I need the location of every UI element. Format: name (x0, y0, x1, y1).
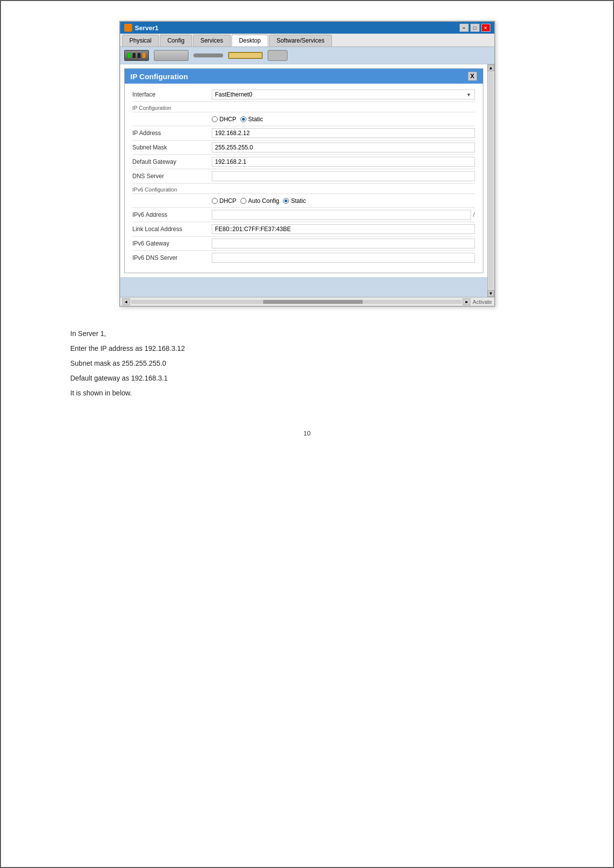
rack-slot-green (128, 53, 131, 58)
link-local-label: Link Local Address (133, 226, 212, 233)
ipv6-address-label: IPv6 Address (133, 211, 212, 218)
ipv6-gateway-row: IPv6 Gateway (133, 237, 475, 251)
scroll-track (488, 72, 493, 289)
dhcp6-label: DHCP (220, 197, 236, 204)
page-number: 10 (31, 430, 583, 447)
ip-config-panel: IP Configuration X Interface FastEtherne… (124, 68, 483, 273)
tab-desktop[interactable]: Desktop (232, 35, 268, 47)
ipv6-gateway-input[interactable] (212, 239, 475, 248)
scroll-up-button[interactable]: ▲ (487, 64, 494, 71)
autoconfig-label: Auto Config (248, 197, 280, 204)
ip-config-close-button[interactable]: X (468, 72, 477, 81)
default-gateway-row: Default Gateway (133, 155, 475, 169)
scroll-down-button[interactable]: ▼ (487, 290, 494, 297)
simulator-window: Server1 – □ × Physical Config Services D… (119, 21, 495, 307)
instruction-line-3: Subnet mask as 255.255.255.0 (70, 356, 583, 370)
tab-physical[interactable]: Physical (122, 35, 159, 47)
dhcp-static-row: DHCP Static (133, 112, 475, 126)
network-component (228, 52, 263, 59)
static6-label: Static (291, 197, 306, 204)
ip-config-body: Interface FastEthernet0 ▼ IP Configurati… (125, 84, 483, 273)
sim-main: IP Configuration X Interface FastEtherne… (120, 64, 487, 297)
scroll-right-button[interactable]: ► (463, 298, 471, 305)
dns-server-input[interactable] (212, 171, 475, 181)
instruction-line-2: Enter the IP address as 192.168.3.12 (70, 341, 583, 355)
ipv6-address-input[interactable] (212, 210, 472, 220)
ipv6-mode-row: DHCP Auto Config Static (133, 194, 475, 208)
window-title: Server1 (135, 24, 159, 32)
ipv6-section-label: IPv6 Configuration (133, 184, 475, 194)
dns-server-label: DNS Server (133, 173, 212, 180)
ip-section-label: IP Configuration (133, 102, 475, 112)
interface-select[interactable]: FastEthernet0 ▼ (212, 90, 475, 99)
dhcp6-option[interactable]: DHCP (212, 197, 236, 204)
close-button[interactable]: × (481, 24, 490, 32)
server-graphic (154, 50, 189, 61)
dhcp-label: DHCP (220, 116, 236, 123)
ipv6-dns-row: IPv6 DNS Server (133, 251, 475, 265)
tab-software-services[interactable]: Software/Services (269, 35, 332, 47)
hw-icon-2 (154, 50, 189, 61)
static-option[interactable]: Static (240, 116, 263, 123)
ipv6-radio-group: DHCP Auto Config Static (212, 197, 306, 204)
ipv6-address-row: IPv6 Address / (133, 208, 475, 222)
instruction-line-4: Default gateway as 192.168.3.1 (70, 371, 583, 385)
link-local-input[interactable] (212, 224, 475, 234)
subnet-mask-input[interactable] (212, 143, 475, 152)
rack-slot-orange (142, 53, 145, 58)
hw-icon-1 (124, 50, 149, 61)
dhcp-option[interactable]: DHCP (212, 116, 236, 123)
title-bar-controls: – □ × (460, 24, 490, 32)
title-bar-left: Server1 (124, 24, 159, 32)
autoconfig-radio[interactable] (240, 198, 246, 204)
static-label: Static (248, 116, 263, 123)
instructions-block: In Server 1, Enter the IP address as 192… (70, 327, 583, 400)
h-scroll-thumb (263, 300, 363, 304)
dhcp-radio[interactable] (212, 116, 218, 122)
minimize-button[interactable]: – (460, 24, 469, 32)
static6-option[interactable]: Static (283, 197, 306, 204)
horizontal-scrollbar: ◄ ► Activate (120, 297, 494, 306)
subnet-mask-row: Subnet Mask (133, 141, 475, 155)
dns-server-row: DNS Server (133, 169, 475, 184)
autoconfig-option[interactable]: Auto Config (240, 197, 280, 204)
page-number-value: 10 (303, 430, 310, 437)
edit-icon: / (473, 211, 474, 218)
interface-row: Interface FastEthernet0 ▼ (133, 88, 475, 102)
restore-button[interactable]: □ (471, 24, 479, 32)
app-icon (124, 24, 132, 32)
ip-address-label: IP Address (133, 130, 212, 137)
hw-icon-4 (228, 52, 263, 59)
static6-radio[interactable] (283, 198, 289, 204)
tab-config[interactable]: Config (160, 35, 192, 47)
sim-content: IP Configuration X Interface FastEtherne… (120, 64, 494, 297)
ipv6-dns-label: IPv6 DNS Server (133, 254, 212, 261)
ip-address-row: IP Address (133, 126, 475, 141)
ip-config-title: IP Configuration (131, 72, 188, 81)
interface-value: FastEthernet0 (215, 91, 252, 98)
default-gateway-label: Default Gateway (133, 158, 212, 165)
instruction-line-5: It is shown in below. (70, 386, 583, 400)
ipv6-dns-input[interactable] (212, 253, 475, 263)
ip-address-input[interactable] (212, 128, 475, 138)
link-local-row: Link Local Address (133, 222, 475, 237)
tab-bar: Physical Config Services Desktop Softwar… (120, 34, 494, 47)
ipv6-gateway-label: IPv6 Gateway (133, 240, 212, 247)
subnet-mask-label: Subnet Mask (133, 144, 212, 151)
title-bar: Server1 – □ × (120, 22, 494, 34)
cable-graphic (193, 53, 223, 57)
tab-services[interactable]: Services (193, 35, 231, 47)
activate-text: Activate (472, 299, 492, 305)
dhcp6-radio[interactable] (212, 198, 218, 204)
static-radio[interactable] (240, 116, 246, 122)
ip-config-header: IP Configuration X (125, 69, 483, 84)
vertical-scrollbar: ▲ ▼ (487, 64, 494, 297)
rack-slot-2 (138, 53, 141, 58)
device-toolbar (120, 47, 494, 64)
scroll-left-button[interactable]: ◄ (122, 298, 130, 305)
splitter-graphic (268, 50, 287, 61)
interface-label: Interface (133, 91, 212, 98)
radio-group: DHCP Static (212, 116, 263, 123)
rack-unit (124, 50, 149, 61)
default-gateway-input[interactable] (212, 157, 475, 167)
